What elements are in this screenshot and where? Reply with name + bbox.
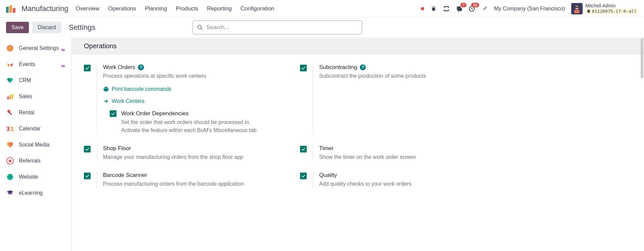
sidebar-item-label: Rental bbox=[19, 110, 34, 116]
menu-products[interactable]: Products bbox=[176, 5, 198, 12]
navbar: Manufacturing Overview Operations Planni… bbox=[0, 0, 644, 17]
setting-title: Work Orders bbox=[103, 64, 135, 71]
hexagon-icon bbox=[6, 44, 14, 52]
sidebar-item-events[interactable]: Events bbox=[0, 56, 71, 72]
bars-icon bbox=[6, 92, 14, 101]
fav-icon bbox=[61, 47, 65, 50]
menu-planning[interactable]: Planning bbox=[145, 5, 167, 12]
sidebar-item-elearning[interactable]: eLearning bbox=[0, 185, 71, 201]
sidebar-item-label: Social Media bbox=[19, 142, 50, 148]
fav-icon bbox=[61, 63, 65, 66]
settings-sidebar: General Settings Events CRM Sales Rental… bbox=[0, 38, 72, 251]
svg-marker-18 bbox=[8, 159, 12, 163]
discard-button[interactable]: Discard bbox=[32, 22, 61, 33]
sidebar-item-website[interactable]: Website bbox=[0, 169, 71, 185]
setting-quality: Quality Add quality checks to your work … bbox=[300, 172, 503, 188]
arrow-right-icon bbox=[103, 98, 109, 104]
sidebar-item-label: General Settings bbox=[19, 45, 59, 51]
menu-operations[interactable]: Operations bbox=[108, 5, 136, 12]
menu-overview[interactable]: Overview bbox=[76, 5, 99, 12]
sidebar-item-label: Calendar bbox=[19, 126, 41, 132]
svg-point-15 bbox=[7, 110, 10, 113]
sidebar-item-sales[interactable]: Sales bbox=[0, 88, 71, 105]
setting-work-orders: Work Orders ? Process operations at spec… bbox=[84, 64, 287, 134]
sidebar-item-label: eLearning bbox=[19, 190, 43, 196]
svg-point-11 bbox=[61, 65, 65, 67]
svg-rect-16 bbox=[9, 112, 12, 115]
barcode-checkbox[interactable] bbox=[84, 173, 91, 179]
print-icon bbox=[103, 86, 109, 92]
save-button[interactable]: Save bbox=[6, 22, 29, 33]
work-centers-link[interactable]: Work Centers bbox=[103, 98, 287, 104]
crm-icon bbox=[6, 76, 14, 84]
app-logo[interactable]: Manufacturing bbox=[6, 4, 76, 13]
work-order-deps-checkbox[interactable] bbox=[110, 110, 116, 117]
work-orders-checkbox[interactable] bbox=[84, 65, 91, 71]
print-barcode-link[interactable]: Print barcode commands bbox=[103, 86, 287, 92]
shop-floor-checkbox[interactable] bbox=[84, 146, 91, 152]
sidebar-item-general[interactable]: General Settings bbox=[0, 40, 71, 56]
help-icon[interactable]: ? bbox=[138, 64, 144, 70]
activities-badge: 36 bbox=[471, 3, 479, 7]
settings-content: Operations Work Orders ? Process operati… bbox=[72, 38, 644, 251]
star-icon bbox=[6, 157, 14, 165]
menu-configuration[interactable]: Configuration bbox=[240, 5, 274, 12]
svg-rect-14 bbox=[12, 94, 13, 100]
top-menu: Overview Operations Planning Products Re… bbox=[76, 5, 274, 12]
calendar-icon: 31 bbox=[6, 125, 14, 133]
setting-work-order-dependencies: Work Order Dependencies Set the order th… bbox=[103, 110, 287, 134]
subcontracting-checkbox[interactable] bbox=[300, 65, 307, 71]
control-bar: Save Discard Settings bbox=[0, 17, 644, 38]
quality-checkbox[interactable] bbox=[300, 173, 307, 179]
search-icon bbox=[197, 24, 203, 30]
user-text: Mitchell Admin 61126075-17-0-all bbox=[585, 3, 638, 14]
heart-icon bbox=[6, 141, 14, 149]
avatar-icon bbox=[571, 3, 583, 14]
sidebar-item-social[interactable]: Social Media bbox=[0, 137, 71, 153]
search-input[interactable] bbox=[206, 24, 358, 31]
setting-desc: Process operations at specific work cent… bbox=[103, 72, 287, 80]
sidebar-item-calendar[interactable]: 31 Calendar bbox=[0, 121, 71, 137]
svg-rect-13 bbox=[9, 95, 11, 99]
svg-rect-12 bbox=[7, 97, 9, 99]
svg-point-8 bbox=[61, 49, 65, 51]
menu-reporting[interactable]: Reporting bbox=[207, 5, 232, 12]
svg-marker-9 bbox=[7, 63, 10, 67]
sidebar-item-rental[interactable]: Rental bbox=[0, 105, 71, 121]
scrollbar[interactable] bbox=[641, 38, 643, 78]
status-dot-icon[interactable] bbox=[421, 7, 424, 10]
svg-marker-7 bbox=[7, 45, 13, 51]
sidebar-item-label: CRM bbox=[19, 77, 31, 83]
activities-icon[interactable]: 36 bbox=[468, 5, 475, 12]
sidebar-item-crm[interactable]: CRM bbox=[0, 72, 71, 88]
bug-icon[interactable] bbox=[430, 5, 437, 12]
search-box[interactable] bbox=[193, 20, 362, 35]
sidebar-item-referrals[interactable]: Referrals bbox=[0, 153, 71, 169]
timer-checkbox[interactable] bbox=[300, 146, 307, 152]
help-icon[interactable]: ? bbox=[360, 64, 366, 70]
sidebar-item-label: Website bbox=[19, 174, 38, 180]
svg-marker-10 bbox=[10, 63, 13, 67]
sidebar-item-label: Referrals bbox=[19, 158, 41, 164]
cap-icon bbox=[6, 189, 14, 197]
svg-rect-21 bbox=[8, 193, 12, 194]
messages-badge: 7 bbox=[460, 3, 466, 7]
section-header: Operations bbox=[72, 38, 644, 55]
tools-icon[interactable] bbox=[481, 5, 488, 12]
messages-icon[interactable]: 7 bbox=[456, 5, 462, 12]
page-title: Settings bbox=[69, 23, 96, 32]
key-icon bbox=[6, 109, 14, 117]
triangles-icon bbox=[6, 60, 14, 68]
setting-subcontracting: Subcontracting ? Subcontract the product… bbox=[300, 64, 503, 134]
logo-icon bbox=[6, 5, 15, 13]
setting-timer: Timer Show the timer on the work order s… bbox=[300, 145, 503, 161]
svg-point-6 bbox=[198, 25, 201, 29]
app-title: Manufacturing bbox=[21, 4, 68, 13]
navbar-right: 7 36 My Company (San Francisco) Mitchell… bbox=[421, 3, 638, 14]
company-name[interactable]: My Company (San Francisco) bbox=[494, 6, 565, 12]
sidebar-item-label: Sales bbox=[19, 93, 32, 100]
svg-rect-3 bbox=[574, 10, 579, 13]
user-menu[interactable]: Mitchell Admin 61126075-17-0-all bbox=[571, 3, 638, 14]
support-icon[interactable] bbox=[443, 5, 450, 12]
sidebar-item-label: Events bbox=[19, 61, 35, 67]
